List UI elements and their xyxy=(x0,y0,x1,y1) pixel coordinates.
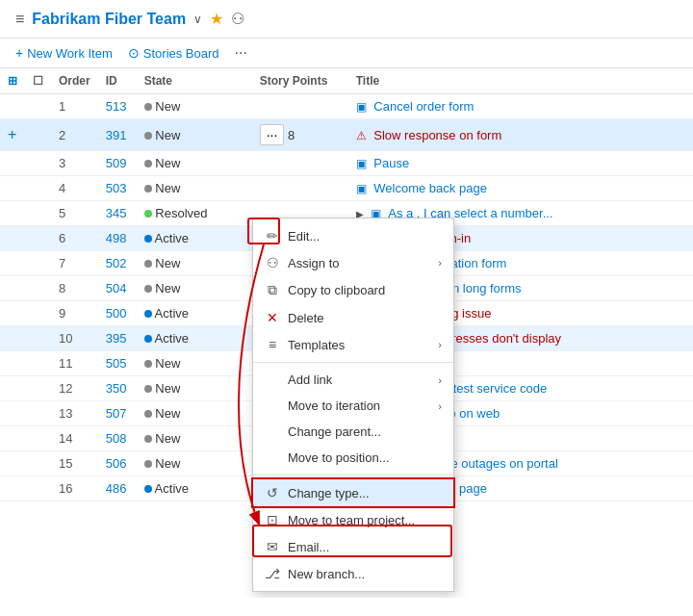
title-text[interactable]: Cancel order form xyxy=(373,99,474,114)
col-state-header[interactable]: State xyxy=(137,68,252,94)
title-type-icon: ▣ xyxy=(356,157,367,170)
order-cell: 11 xyxy=(51,351,98,376)
title-text[interactable]: Welcome back page xyxy=(373,181,487,195)
menu-item-icon: ✏ xyxy=(265,228,280,244)
order-cell: 12 xyxy=(51,376,98,401)
id-cell[interactable]: 508 xyxy=(98,426,137,451)
menu-item-add-link[interactable]: Add link › xyxy=(253,367,453,393)
state-dot-icon xyxy=(144,132,152,140)
col-check-cell xyxy=(25,326,51,351)
id-cell[interactable]: 504 xyxy=(98,276,137,301)
team-title[interactable]: Fabrikam Fiber Team xyxy=(32,11,186,28)
points-cell xyxy=(252,176,348,201)
col-check: ☐ xyxy=(25,68,51,94)
menu-item-move-to-iteration[interactable]: Move to iteration › xyxy=(253,393,453,419)
col-title-header[interactable]: Title xyxy=(348,68,693,94)
new-work-item-label: New Work Item xyxy=(27,46,113,61)
col-add-cell xyxy=(0,301,25,326)
toolbar-more-button[interactable]: ··· xyxy=(235,44,247,62)
stories-board-label: Stories Board xyxy=(143,46,219,61)
order-cell: 14 xyxy=(51,426,98,451)
order-cell: 8 xyxy=(51,276,98,301)
points-cell xyxy=(252,151,348,176)
menu-item-email---[interactable]: ✉ Email... xyxy=(253,533,453,560)
stories-icon: ⊙ xyxy=(128,45,140,61)
col-add-cell xyxy=(0,251,25,276)
id-cell[interactable]: 391 xyxy=(98,119,137,151)
title-text[interactable]: Slow response on form xyxy=(373,128,501,142)
col-check-cell xyxy=(25,151,51,176)
state-dot-icon xyxy=(144,385,152,393)
header: ≡ Fabrikam Fiber Team ∨ ★ ⚇ xyxy=(0,0,693,38)
plus-icon: + xyxy=(15,45,23,61)
id-cell[interactable]: 509 xyxy=(98,151,137,176)
menu-item-icon: ↺ xyxy=(265,485,280,500)
stories-board-button[interactable]: ⊙ Stories Board xyxy=(128,45,219,61)
id-cell[interactable]: 345 xyxy=(98,201,137,226)
menu-item-edit---[interactable]: ✏ Edit... xyxy=(253,222,453,249)
menu-item-label: Edit... xyxy=(288,229,320,244)
title-text[interactable]: Pause xyxy=(373,156,409,170)
state-cell: Resolved xyxy=(137,201,252,226)
state-label: Active xyxy=(155,481,189,496)
col-id-header[interactable]: ID xyxy=(98,68,137,94)
col-add-cell xyxy=(0,201,25,226)
row-ellipsis-button[interactable]: ··· xyxy=(260,124,285,145)
col-add-cell xyxy=(0,401,25,426)
menu-item-change-parent---[interactable]: Change parent... xyxy=(253,419,453,445)
col-check-cell xyxy=(25,226,51,251)
menu-item-assign-to[interactable]: ⚇ Assign to › xyxy=(253,249,453,276)
id-cell[interactable]: 486 xyxy=(98,476,137,501)
id-cell[interactable]: 395 xyxy=(98,326,137,351)
id-cell[interactable]: 506 xyxy=(98,451,137,476)
col-check-cell xyxy=(25,476,51,501)
dropdown-arrow-icon[interactable]: ∨ xyxy=(193,13,202,26)
state-dot-icon xyxy=(144,160,152,167)
submenu-arrow-icon: › xyxy=(438,374,442,386)
id-cell[interactable]: 507 xyxy=(98,401,137,426)
id-cell[interactable]: 503 xyxy=(98,176,137,201)
id-cell[interactable]: 350 xyxy=(98,376,137,401)
state-label: New xyxy=(155,156,180,170)
table-container: ⊞ ☐ Order ID State Story Points Title 1 … xyxy=(0,68,693,598)
menu-item-change-type---[interactable]: ↺ Change type... xyxy=(253,479,453,506)
id-cell[interactable]: 500 xyxy=(98,301,137,326)
menu-item-icon: ⚇ xyxy=(265,255,280,270)
order-cell: 2 xyxy=(51,119,98,151)
id-cell[interactable]: 498 xyxy=(98,226,137,251)
col-add-cell xyxy=(0,451,25,476)
new-work-item-button[interactable]: + New Work Item xyxy=(15,45,113,61)
add-col-icon[interactable]: ⊞ xyxy=(8,74,17,88)
state-cell: New xyxy=(137,376,252,401)
menu-item-label: Copy to clipboard xyxy=(288,283,385,297)
id-cell[interactable]: 502 xyxy=(98,251,137,276)
menu-item-templates[interactable]: ≡ Templates › xyxy=(253,331,453,358)
menu-item-label: Change parent... xyxy=(288,424,381,439)
menu-item-new-branch---[interactable]: ⎇ New branch... xyxy=(253,560,453,587)
col-check-cell xyxy=(25,376,51,401)
menu-item-delete[interactable]: ✕ Delete xyxy=(253,304,453,331)
state-cell: New xyxy=(137,451,252,476)
state-dot-icon xyxy=(144,285,152,293)
context-menu: ✏ Edit... ⚇ Assign to › ⧉ Copy to clipbo… xyxy=(252,218,454,592)
state-label: New xyxy=(155,281,180,295)
menu-item-move-to-position---[interactable]: Move to position... xyxy=(253,445,453,471)
col-order-header[interactable]: Order xyxy=(51,68,98,94)
favorite-star-icon[interactable]: ★ xyxy=(210,10,223,28)
menu-item-copy-to-clipboard[interactable]: ⧉ Copy to clipboard xyxy=(253,276,453,304)
state-cell: New xyxy=(137,119,252,151)
order-cell: 13 xyxy=(51,401,98,426)
menu-divider xyxy=(253,475,453,475)
state-dot-icon xyxy=(144,410,152,418)
menu-item-move-to-team-project---[interactable]: ⊡ Move to team project... xyxy=(253,506,453,533)
team-members-icon[interactable]: ⚇ xyxy=(231,10,244,28)
col-check-cell xyxy=(25,176,51,201)
id-cell[interactable]: 505 xyxy=(98,351,137,376)
col-points-header[interactable]: Story Points xyxy=(252,68,348,94)
state-dot-icon xyxy=(144,335,152,343)
add-row-button[interactable]: + xyxy=(8,126,16,142)
id-cell[interactable]: 513 xyxy=(98,94,137,119)
state-label: New xyxy=(155,431,180,446)
col-check-cell xyxy=(25,426,51,451)
state-cell: New xyxy=(137,276,252,301)
